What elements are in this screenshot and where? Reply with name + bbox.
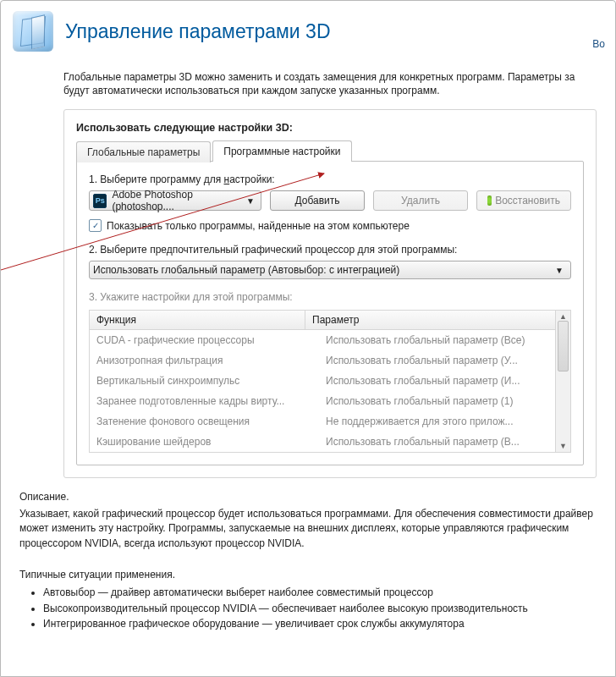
cell-parameter: Использовать глобальный параметр (1) (319, 395, 555, 407)
header-right-link[interactable]: Во (592, 38, 605, 50)
cell-parameter: Использовать глобальный параметр (И... (319, 375, 555, 387)
table-body: Функция Параметр CUDA - графические проц… (90, 311, 555, 452)
description-heading: Описание. (19, 490, 597, 504)
photoshop-icon: Ps (93, 194, 107, 208)
header: Управление параметрами 3D (1, 1, 615, 70)
group-title: Использовать следующие настройки 3D: (76, 122, 584, 134)
list-item: Автовыбор — драйвер автоматически выбере… (43, 586, 597, 600)
scroll-up-icon[interactable]: ▲ (559, 312, 567, 321)
show-only-installed-checkbox[interactable]: ✓ Показывать только программы, найденные… (89, 219, 571, 232)
tabs: Глобальные параметры Программные настрой… (76, 140, 584, 162)
chevron-down-icon: ▼ (244, 196, 257, 206)
step3-label: 3. Укажите настройки для этой программы: (89, 291, 571, 303)
table-row[interactable]: Затенение фонового освещенияНе поддержив… (90, 411, 555, 432)
cell-function: Затенение фонового освещения (90, 416, 319, 427)
col-parameter[interactable]: Параметр (305, 311, 555, 329)
add-button[interactable]: Добавить (270, 190, 365, 211)
cell-parameter: Использовать глобальный параметр (Все) (319, 334, 555, 346)
program-select[interactable]: Ps Adobe Photoshop (photoshop.... ▼ (89, 190, 261, 211)
program-select-value: Adobe Photoshop (photoshop.... (112, 189, 243, 212)
intro-text: Глобальные параметры 3D можно заменить и… (63, 70, 597, 97)
settings-table: Функция Параметр CUDA - графические проц… (89, 310, 571, 453)
window: Управление параметрами 3D Во Глобальные … (0, 0, 616, 677)
list-item: Интегрированное графическое оборудование… (43, 617, 597, 631)
checkbox-label: Показывать только программы, найденные н… (107, 220, 410, 232)
cell-parameter: Использовать глобальный параметр (У... (319, 355, 555, 366)
scroll-thumb[interactable] (558, 321, 569, 371)
usecases-block: Типичные ситуации применения. Автовыбор … (1, 551, 615, 632)
cell-function: Вертикальный синхроимпульс (90, 375, 319, 387)
cell-parameter: Не поддерживается для этого прилож... (319, 416, 555, 427)
tab-global[interactable]: Глобальные параметры (76, 141, 211, 162)
step1-row: Ps Adobe Photoshop (photoshop.... ▼ Доба… (89, 190, 571, 211)
cell-function: CUDA - графические процессоры (90, 334, 319, 346)
scroll-down-icon[interactable]: ▼ (559, 442, 567, 450)
col-function[interactable]: Функция (90, 311, 305, 329)
remove-button[interactable]: Удалить (373, 190, 468, 211)
nvidia-logo-icon (487, 195, 492, 206)
description-body: Указывает, какой графический процессор б… (19, 507, 597, 551)
settings-group: Использовать следующие настройки 3D: Гло… (63, 109, 597, 478)
cell-function: Анизотропная фильтрация (90, 355, 319, 366)
intro-line-1: Глобальные параметры 3D можно заменить и… (63, 71, 575, 83)
gpu-select-value: Использовать глобальный параметр (Автовы… (93, 264, 399, 276)
tab-program[interactable]: Программные настройки (212, 140, 351, 162)
cell-parameter: Использовать глобальный параметр (В... (319, 436, 555, 448)
table-row[interactable]: Кэширование шейдеровИспользовать глобаль… (90, 432, 555, 452)
gpu-select[interactable]: Использовать глобальный параметр (Автовы… (89, 261, 571, 279)
scrollbar[interactable]: ▲ ▼ (555, 311, 570, 452)
content: Глобальные параметры 3D можно заменить и… (1, 70, 615, 478)
3d-settings-icon (13, 11, 53, 52)
cell-function: Кэширование шейдеров (90, 436, 319, 448)
table-header: Функция Параметр (90, 311, 555, 330)
step1-label: 1. Выберите программу для настройки: (89, 173, 571, 185)
list-item: Высокопроизводительный процессор NVIDIA … (43, 602, 597, 616)
table-row[interactable]: Анизотропная фильтрацияИспользовать глоб… (90, 350, 555, 371)
description-block: Описание. Указывает, какой графический п… (1, 478, 615, 551)
checkbox-checked-icon: ✓ (89, 219, 102, 232)
page-title: Управление параметрами 3D (65, 20, 331, 43)
tab-page-program: 1. Выберите программу для настройки: Ps … (76, 161, 584, 465)
usecases-list: Автовыбор — драйвер автоматически выбере… (19, 586, 597, 631)
cell-function: Заранее подготовленные кадры вирту... (90, 395, 319, 407)
table-row[interactable]: CUDA - графические процессорыИспользоват… (90, 330, 555, 350)
scroll-track[interactable] (556, 321, 570, 442)
step2-label: 2. Выберите предпочтительный графический… (89, 244, 571, 256)
usecases-heading: Типичные ситуации применения. (19, 568, 597, 582)
table-row[interactable]: Заранее подготовленные кадры вирту...Исп… (90, 391, 555, 411)
restore-button[interactable]: Восстановить (476, 190, 571, 211)
intro-line-2: будут автоматически использоваться при к… (63, 85, 440, 96)
chevron-down-icon: ▼ (552, 266, 567, 275)
table-row[interactable]: Вертикальный синхроимпульсИспользовать г… (90, 371, 555, 391)
